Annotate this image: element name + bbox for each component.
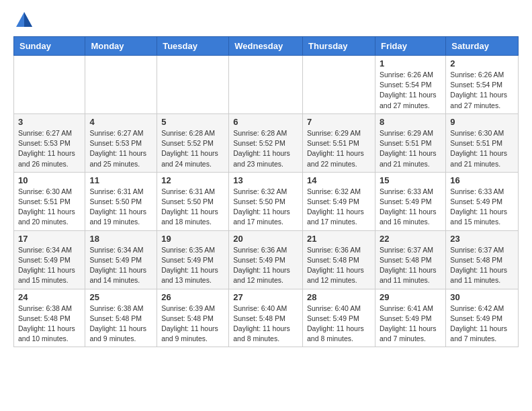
day-number: 13 <box>233 175 298 185</box>
calendar-cell: 4Sunrise: 6:27 AMSunset: 5:53 PMDaylight… <box>85 113 157 172</box>
col-header-wednesday: Wednesday <box>229 37 303 56</box>
col-header-tuesday: Tuesday <box>157 37 229 56</box>
calendar-cell <box>303 56 375 114</box>
day-number: 25 <box>89 292 152 302</box>
calendar-header-row: SundayMondayTuesdayWednesdayThursdayFrid… <box>14 37 519 56</box>
day-number: 9 <box>450 117 514 127</box>
calendar-week-row: 1Sunrise: 6:26 AMSunset: 5:54 PMDaylight… <box>14 56 519 114</box>
col-header-saturday: Saturday <box>446 37 519 56</box>
day-info: Sunrise: 6:33 AMSunset: 5:49 PMDaylight:… <box>380 187 441 228</box>
calendar-cell: 26Sunrise: 6:39 AMSunset: 5:48 PMDayligh… <box>157 289 229 347</box>
calendar-cell: 28Sunrise: 6:40 AMSunset: 5:49 PMDayligh… <box>303 289 375 347</box>
day-number: 8 <box>380 117 441 127</box>
calendar-cell: 1Sunrise: 6:26 AMSunset: 5:54 PMDaylight… <box>375 56 445 114</box>
day-number: 23 <box>450 234 514 244</box>
day-number: 26 <box>161 292 224 302</box>
calendar-cell: 23Sunrise: 6:37 AMSunset: 5:48 PMDayligh… <box>446 230 519 289</box>
day-number: 15 <box>380 175 441 185</box>
day-info: Sunrise: 6:31 AMSunset: 5:50 PMDaylight:… <box>89 187 152 228</box>
calendar-cell <box>85 56 157 114</box>
day-info: Sunrise: 6:40 AMSunset: 5:49 PMDaylight:… <box>307 304 371 345</box>
day-info: Sunrise: 6:40 AMSunset: 5:48 PMDaylight:… <box>233 304 298 345</box>
calendar-cell: 2Sunrise: 6:26 AMSunset: 5:54 PMDaylight… <box>446 56 519 114</box>
day-number: 2 <box>450 58 514 68</box>
svg-marker-1 <box>24 12 32 27</box>
calendar-cell: 22Sunrise: 6:37 AMSunset: 5:48 PMDayligh… <box>375 230 445 289</box>
header <box>13 11 519 30</box>
calendar-cell: 12Sunrise: 6:31 AMSunset: 5:50 PMDayligh… <box>157 172 229 230</box>
day-info: Sunrise: 6:36 AMSunset: 5:48 PMDaylight:… <box>307 245 371 286</box>
day-number: 30 <box>450 292 514 302</box>
day-info: Sunrise: 6:26 AMSunset: 5:54 PMDaylight:… <box>380 70 441 111</box>
col-header-sunday: Sunday <box>14 37 85 56</box>
day-number: 10 <box>18 175 81 185</box>
day-info: Sunrise: 6:37 AMSunset: 5:48 PMDaylight:… <box>380 245 441 286</box>
day-number: 16 <box>450 175 514 185</box>
day-number: 18 <box>89 234 152 244</box>
day-number: 11 <box>89 175 152 185</box>
calendar-table: SundayMondayTuesdayWednesdayThursdayFrid… <box>13 36 519 347</box>
day-number: 5 <box>161 117 224 127</box>
day-info: Sunrise: 6:31 AMSunset: 5:50 PMDaylight:… <box>161 187 224 228</box>
calendar-cell: 18Sunrise: 6:34 AMSunset: 5:49 PMDayligh… <box>85 230 157 289</box>
calendar-cell <box>157 56 229 114</box>
calendar-cell <box>229 56 303 114</box>
calendar-cell: 8Sunrise: 6:29 AMSunset: 5:51 PMDaylight… <box>375 113 445 172</box>
calendar-cell: 6Sunrise: 6:28 AMSunset: 5:52 PMDaylight… <box>229 113 303 172</box>
day-info: Sunrise: 6:32 AMSunset: 5:49 PMDaylight:… <box>307 187 371 228</box>
day-number: 3 <box>18 117 81 127</box>
calendar-cell: 25Sunrise: 6:38 AMSunset: 5:48 PMDayligh… <box>85 289 157 347</box>
calendar-week-row: 10Sunrise: 6:30 AMSunset: 5:51 PMDayligh… <box>14 172 519 230</box>
day-number: 17 <box>18 234 81 244</box>
calendar-cell: 14Sunrise: 6:32 AMSunset: 5:49 PMDayligh… <box>303 172 375 230</box>
col-header-monday: Monday <box>85 37 157 56</box>
calendar-cell: 3Sunrise: 6:27 AMSunset: 5:53 PMDaylight… <box>14 113 85 172</box>
calendar-cell: 29Sunrise: 6:41 AMSunset: 5:49 PMDayligh… <box>375 289 445 347</box>
calendar-cell: 5Sunrise: 6:28 AMSunset: 5:52 PMDaylight… <box>157 113 229 172</box>
calendar-week-row: 24Sunrise: 6:38 AMSunset: 5:48 PMDayligh… <box>14 289 519 347</box>
day-info: Sunrise: 6:35 AMSunset: 5:49 PMDaylight:… <box>161 245 224 286</box>
calendar-cell: 7Sunrise: 6:29 AMSunset: 5:51 PMDaylight… <box>303 113 375 172</box>
day-info: Sunrise: 6:30 AMSunset: 5:51 PMDaylight:… <box>18 187 81 228</box>
day-info: Sunrise: 6:29 AMSunset: 5:51 PMDaylight:… <box>307 128 371 169</box>
logo <box>13 11 34 30</box>
calendar-cell: 15Sunrise: 6:33 AMSunset: 5:49 PMDayligh… <box>375 172 445 230</box>
day-info: Sunrise: 6:34 AMSunset: 5:49 PMDaylight:… <box>18 245 81 286</box>
day-info: Sunrise: 6:42 AMSunset: 5:49 PMDaylight:… <box>450 304 514 345</box>
calendar-cell: 27Sunrise: 6:40 AMSunset: 5:48 PMDayligh… <box>229 289 303 347</box>
day-number: 19 <box>161 234 224 244</box>
day-number: 24 <box>18 292 81 302</box>
day-info: Sunrise: 6:32 AMSunset: 5:50 PMDaylight:… <box>233 187 298 228</box>
day-number: 6 <box>233 117 298 127</box>
calendar-cell: 24Sunrise: 6:38 AMSunset: 5:48 PMDayligh… <box>14 289 85 347</box>
day-number: 29 <box>380 292 441 302</box>
day-info: Sunrise: 6:28 AMSunset: 5:52 PMDaylight:… <box>233 128 298 169</box>
day-number: 20 <box>233 234 298 244</box>
day-info: Sunrise: 6:37 AMSunset: 5:48 PMDaylight:… <box>450 245 514 286</box>
col-header-thursday: Thursday <box>303 37 375 56</box>
calendar-cell: 17Sunrise: 6:34 AMSunset: 5:49 PMDayligh… <box>14 230 85 289</box>
calendar-week-row: 3Sunrise: 6:27 AMSunset: 5:53 PMDaylight… <box>14 113 519 172</box>
logo-icon <box>15 11 34 30</box>
day-info: Sunrise: 6:38 AMSunset: 5:48 PMDaylight:… <box>18 304 81 345</box>
day-info: Sunrise: 6:41 AMSunset: 5:49 PMDaylight:… <box>380 304 441 345</box>
day-number: 22 <box>380 234 441 244</box>
day-number: 7 <box>307 117 371 127</box>
calendar-cell: 30Sunrise: 6:42 AMSunset: 5:49 PMDayligh… <box>446 289 519 347</box>
day-info: Sunrise: 6:30 AMSunset: 5:51 PMDaylight:… <box>450 128 514 169</box>
day-info: Sunrise: 6:39 AMSunset: 5:48 PMDaylight:… <box>161 304 224 345</box>
day-info: Sunrise: 6:26 AMSunset: 5:54 PMDaylight:… <box>450 70 514 111</box>
calendar-cell: 19Sunrise: 6:35 AMSunset: 5:49 PMDayligh… <box>157 230 229 289</box>
calendar-cell: 16Sunrise: 6:33 AMSunset: 5:49 PMDayligh… <box>446 172 519 230</box>
calendar-cell: 13Sunrise: 6:32 AMSunset: 5:50 PMDayligh… <box>229 172 303 230</box>
day-info: Sunrise: 6:29 AMSunset: 5:51 PMDaylight:… <box>380 128 441 169</box>
calendar-cell: 20Sunrise: 6:36 AMSunset: 5:49 PMDayligh… <box>229 230 303 289</box>
calendar-cell: 21Sunrise: 6:36 AMSunset: 5:48 PMDayligh… <box>303 230 375 289</box>
day-info: Sunrise: 6:28 AMSunset: 5:52 PMDaylight:… <box>161 128 224 169</box>
day-info: Sunrise: 6:27 AMSunset: 5:53 PMDaylight:… <box>89 128 152 169</box>
calendar-cell: 10Sunrise: 6:30 AMSunset: 5:51 PMDayligh… <box>14 172 85 230</box>
day-info: Sunrise: 6:38 AMSunset: 5:48 PMDaylight:… <box>89 304 152 345</box>
day-number: 4 <box>89 117 152 127</box>
day-info: Sunrise: 6:27 AMSunset: 5:53 PMDaylight:… <box>18 128 81 169</box>
calendar-cell: 11Sunrise: 6:31 AMSunset: 5:50 PMDayligh… <box>85 172 157 230</box>
